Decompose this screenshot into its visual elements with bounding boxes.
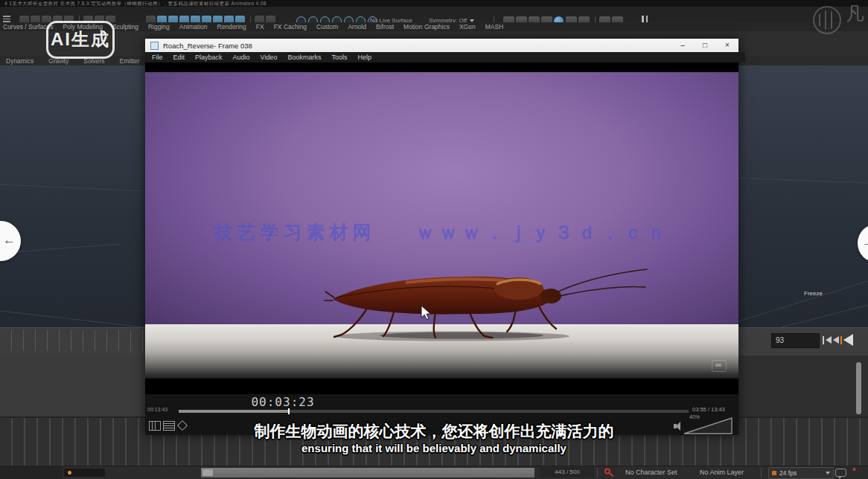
hotbox-grid-icon[interactable] — [853, 468, 863, 476]
time-remaining-label: 03:55 / 13:43 — [692, 406, 737, 413]
range-slider-bar[interactable] — [201, 468, 534, 478]
subtitle-english: ensuring that it will be believably and … — [0, 440, 868, 456]
ai-badge-label: AI生成 — [51, 28, 110, 51]
watermark-site: 技艺学习素材网 — [214, 222, 376, 242]
cockroach-image — [324, 253, 651, 350]
player-title-bar[interactable]: Roach_Reverse- Frame 038 – □ × — [145, 39, 738, 53]
shelf-tab[interactable]: Motion Graphics — [403, 23, 450, 30]
menu-item[interactable]: Playback — [195, 54, 223, 61]
video-player-window: Roach_Reverse- Frame 038 – □ × FileEditP… — [145, 39, 738, 435]
menu-item[interactable]: File — [152, 54, 163, 61]
fx-shelf-item[interactable]: Dynamics — [6, 57, 33, 65]
menu-toggle-icon[interactable] — [3, 16, 10, 22]
chevron-down-icon — [826, 472, 830, 475]
speed-swatch-icon — [772, 471, 776, 475]
shelf-tab[interactable]: Bifrost — [376, 23, 394, 30]
menu-item[interactable]: Audio — [233, 54, 250, 61]
command-left-panel — [0, 466, 63, 479]
fx-shelf-item[interactable]: Emitter — [120, 57, 140, 65]
prev-key-marker-icon[interactable] — [840, 336, 842, 344]
corner-logo-icon — [813, 6, 841, 34]
shelf-tab[interactable]: Animation — [179, 23, 208, 30]
go-to-start-icon[interactable] — [823, 336, 824, 344]
mouse-cursor — [421, 305, 433, 321]
shelf-tab[interactable]: FX — [256, 23, 264, 30]
player-window-title: Roach_Reverse- Frame 038 — [163, 42, 671, 50]
menu-item[interactable]: Tools — [331, 54, 347, 61]
right-panel-area — [738, 356, 868, 417]
close-button[interactable]: × — [716, 39, 738, 52]
divider — [761, 468, 762, 478]
maya-status-line: No Live Surface Symmetry: Off — [0, 7, 868, 23]
step-back-key-icon[interactable] — [833, 336, 839, 344]
maximize-button[interactable]: □ — [694, 39, 716, 52]
chevron-down-icon — [470, 19, 474, 22]
play-backwards-icon[interactable] — [843, 334, 853, 346]
menu-item[interactable]: Edit — [173, 54, 185, 61]
shelf-tab[interactable]: Arnold — [348, 23, 366, 30]
corner-logo-glyph: 凡 — [846, 1, 864, 26]
shelf-tab[interactable]: Custom — [316, 23, 338, 30]
range-values: 443 / 500 — [540, 467, 594, 478]
seek-bar[interactable] — [179, 410, 689, 413]
left-panel-area — [0, 356, 145, 417]
current-frame-field[interactable]: 93 — [771, 333, 820, 348]
shelf-tab[interactable]: MASH — [485, 23, 504, 30]
subtitle-overlay: 制作生物动画的核心技术，您还将创作出充满活力的 ensuring that it… — [0, 422, 868, 456]
minimize-button[interactable]: – — [671, 39, 694, 52]
shelf-tab[interactable]: Sculpting — [112, 23, 138, 30]
right-arrow-icon: → — [862, 235, 868, 250]
shelf-tab[interactable]: Rendering — [217, 23, 246, 30]
player-app-icon — [150, 42, 159, 50]
anim-layer-dropdown[interactable]: No Anim Layer — [700, 467, 744, 478]
script-editor-icon[interactable] — [835, 469, 846, 477]
fps-label: 24 fps — [779, 469, 820, 477]
seek-bar-handle[interactable] — [288, 408, 290, 414]
video-corner-badge — [712, 360, 727, 372]
screen: 4 1美术大师班全套教程 美术类 7.8.9 写实动画教学（蟑螂爬行动画），更多… — [0, 0, 868, 479]
playback-speed-dropdown[interactable]: 24 fps — [768, 467, 834, 479]
menu-item[interactable]: Help — [357, 54, 371, 61]
step-back-frame-icon[interactable] — [826, 336, 832, 344]
record-dot-icon — [68, 471, 71, 475]
timecode-display: 00:03:23 — [212, 395, 354, 409]
shelf-tabs: Curves / SurfacesPoly ModelingSculptingR… — [0, 22, 868, 31]
player-menu-bar: FileEditPlaybackAudioVideoBookmarksTools… — [145, 52, 745, 62]
auto-key-icon[interactable] — [604, 467, 614, 477]
seek-bar-progress — [179, 410, 289, 413]
divider — [597, 468, 598, 478]
range-slider-handle[interactable] — [202, 469, 213, 476]
menu-item[interactable]: Video — [261, 54, 278, 61]
vertical-scrollbar[interactable] — [856, 362, 861, 414]
shelf-tab[interactable]: FX Caching — [274, 23, 307, 30]
time-slider-ticks[interactable] — [0, 330, 145, 351]
subtitle-chinese: 制作生物动画的核心技术，您还将创作出充满活力的 — [0, 422, 868, 440]
left-arrow-icon: ← — [3, 233, 16, 248]
video-watermark: 技艺学习素材网 ｗｗｗ．ｊｙ３ｄ．ｃｎ — [145, 220, 738, 245]
shelf-tab[interactable]: XGen — [459, 23, 476, 30]
watermark-url: ｗｗｗ．ｊｙ３ｄ．ｃｎ — [415, 222, 669, 242]
video-frame[interactable]: 技艺学习素材网 ｗｗｗ．ｊｙ３ｄ．ｃｎ — [145, 62, 738, 394]
menu-item[interactable]: Bookmarks — [287, 54, 321, 61]
viewport-freeze-label: Freeze — [804, 290, 823, 297]
playback-controls — [822, 333, 854, 347]
character-set-dropdown[interactable]: No Character Set — [625, 467, 677, 478]
time-elapsed-label: 00:13:43 — [147, 407, 167, 412]
window-title-strip: 4 1美术大师班全套教程 美术类 7.8.9 写实动画教学（蟑螂爬行动画），更多… — [0, 0, 868, 7]
shelf-tab[interactable]: Rigging — [148, 23, 170, 30]
